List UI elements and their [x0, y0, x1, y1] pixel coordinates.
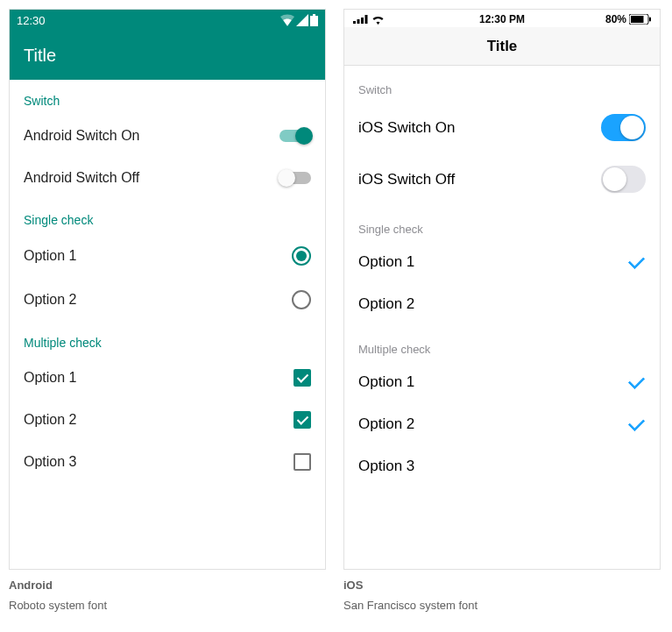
single-opt2-label: Option 2 [24, 292, 76, 308]
single-row-2[interactable]: Option 2 [344, 283, 660, 325]
switch-on-label: iOS Switch On [358, 119, 456, 137]
android-app-bar: Title [10, 31, 325, 80]
single-opt1-label: Option 1 [358, 253, 414, 271]
single-row-1[interactable]: Option 1 [10, 234, 325, 278]
ios-device: 12:30 PM 80% Title Switch iOS Switch On … [343, 9, 661, 570]
app-title: Title [24, 46, 56, 66]
caption-title: Android [9, 579, 326, 592]
section-header-multi: Multiple check [10, 322, 325, 357]
status-time: 12:30 [17, 14, 46, 27]
multi-opt3-label: Option 3 [24, 454, 76, 470]
section-header-multi: Multiple check [344, 325, 660, 361]
multi-opt1-label: Option 1 [24, 370, 76, 386]
caption-sub: Roboto system font [9, 599, 326, 612]
checkbox-unchecked-icon[interactable] [294, 453, 311, 471]
caption-title: iOS [343, 579, 661, 592]
svg-rect-0 [310, 16, 318, 26]
switch-row-off[interactable]: iOS Switch Off [344, 153, 660, 205]
switch-row-off[interactable]: Android Switch Off [10, 157, 325, 199]
radio-unselected-icon[interactable] [292, 290, 311, 309]
checkmark-icon [628, 415, 646, 433]
ios-nav-bar: Title [344, 27, 660, 66]
switch-on-label: Android Switch On [24, 128, 140, 144]
single-row-2[interactable]: Option 2 [10, 278, 325, 322]
single-row-1[interactable]: Option 1 [344, 241, 660, 283]
single-opt1-label: Option 1 [24, 248, 76, 264]
ios-caption: iOS San Francisco system font [343, 579, 661, 612]
switch-toggle-on[interactable] [601, 114, 646, 141]
android-caption: Android Roboto system font [9, 579, 326, 612]
android-device: 12:30 Title Switch Android Switch On An [9, 9, 326, 570]
battery-icon [310, 14, 318, 26]
multi-row-3[interactable]: Option 3 [344, 445, 660, 487]
section-header-switch: Switch [10, 80, 325, 115]
single-opt2-label: Option 2 [358, 295, 414, 313]
switch-toggle-off[interactable] [601, 166, 646, 193]
switch-toggle-off[interactable] [279, 169, 311, 187]
multi-opt1-label: Option 1 [358, 373, 414, 391]
wifi-icon [280, 14, 294, 26]
multi-opt2-label: Option 2 [24, 412, 76, 428]
checkmark-placeholder [628, 295, 646, 313]
checkbox-checked-icon[interactable] [294, 369, 311, 387]
switch-row-on[interactable]: iOS Switch On [344, 102, 660, 153]
android-status-bar: 12:30 [10, 10, 325, 31]
ios-status-bar: 12:30 PM 80% [344, 10, 660, 27]
switch-off-label: iOS Switch Off [358, 171, 455, 188]
section-header-switch: Switch [344, 66, 660, 102]
status-time: 12:30 PM [344, 13, 660, 25]
multi-row-1[interactable]: Option 1 [10, 357, 325, 399]
multi-opt2-label: Option 2 [358, 415, 414, 433]
svg-rect-1 [313, 14, 315, 16]
section-header-single: Single check [344, 205, 660, 241]
checkmark-placeholder [628, 458, 646, 475]
switch-off-label: Android Switch Off [24, 170, 139, 186]
checkmark-icon [628, 373, 646, 391]
multi-row-2[interactable]: Option 2 [344, 403, 660, 445]
switch-row-on[interactable]: Android Switch On [10, 115, 325, 157]
multi-row-2[interactable]: Option 2 [10, 399, 325, 441]
cell-signal-icon [296, 14, 308, 26]
multi-row-1[interactable]: Option 1 [344, 361, 660, 403]
section-header-single: Single check [10, 199, 325, 234]
multi-opt3-label: Option 3 [358, 458, 414, 475]
multi-row-3[interactable]: Option 3 [10, 441, 325, 483]
radio-selected-icon[interactable] [292, 246, 311, 266]
switch-toggle-on[interactable] [279, 127, 311, 145]
checkbox-checked-icon[interactable] [294, 411, 311, 429]
caption-sub: San Francisco system font [343, 599, 661, 612]
nav-title: Title [487, 38, 518, 55]
checkmark-icon [628, 253, 646, 271]
